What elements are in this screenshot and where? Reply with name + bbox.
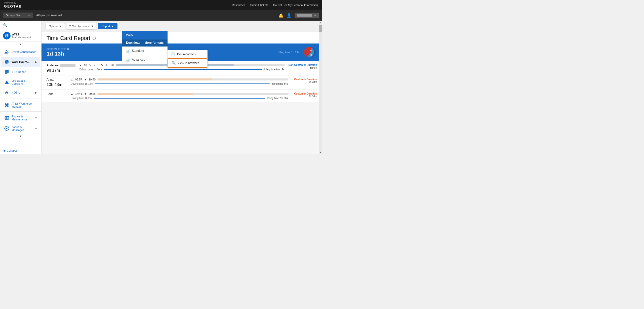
baha-schedule-bar — [98, 93, 288, 95]
view-in-browser-item[interactable]: 🔍 View in browser — [168, 58, 207, 68]
resources-link[interactable]: Resources — [232, 4, 245, 7]
dropdown-more-formats-label[interactable]: More formats — [144, 41, 164, 45]
sidebar-item-work-hours[interactable]: Work Hours... ▶ — [1, 57, 40, 67]
report-title: Time Card Report ⬡ — [47, 35, 317, 41]
report-button[interactable]: Report ▲ — [98, 23, 117, 29]
sidebar: 🔍 AT&T Fleet Management ▲ Driver Congre — [0, 21, 42, 154]
user-avatar-icon[interactable]: 👤 — [287, 13, 292, 18]
work-hours-arrow-icon: ▶ — [35, 61, 37, 63]
anna-duration-value: 9h 28m — [292, 81, 317, 83]
hos-arrow-icon: ▶ — [35, 91, 37, 94]
baha-end: 20:55 — [89, 92, 96, 95]
report-label: Report — [102, 25, 110, 28]
user-menu-button[interactable]: ▼ — [295, 13, 319, 18]
driver-anna-name-col: Anna 10h 43m — [47, 78, 67, 87]
anderson-timezone: UTC-8 — [106, 64, 114, 67]
driver-baha-schedule: ▲ 14:41 ▼ 20:55 — [71, 92, 288, 95]
dropdown-white: 📊 Standard ⋮ 📊 Advanced ⋮ — [122, 47, 168, 64]
svg-text:48: 48 — [310, 54, 312, 56]
sidebar-item-hos[interactable]: HOS... ▶ — [1, 88, 40, 97]
sidebar-item-engine-maintenance[interactable]: Engine & Maintenance ▼ — [1, 113, 40, 123]
search-icon[interactable]: 🔍 — [3, 23, 7, 27]
sidebar-item-driver-congregation[interactable]: Driver Congregation — [1, 47, 40, 57]
list-icon — [4, 69, 10, 75]
sidebar-item-ifta-report[interactable]: IFTA Report — [1, 67, 40, 77]
baha-duration-type: Customer Duration — [292, 92, 317, 95]
zones-messages-arrow-icon: ▼ — [35, 127, 37, 130]
sort-label: Sort by: Name — [72, 25, 90, 28]
sidebar-item-att-workforce[interactable]: AT&T Workforce Manager — [1, 100, 40, 110]
download-pdf-item[interactable]: 📄 Download PDF — [168, 50, 207, 58]
driver-anderson-metrics: Driving time 1h 10m Idling time 6m 19s — [79, 68, 285, 71]
brand-logo: Powered by GEOTAB — [4, 2, 22, 9]
warning-icon: ! — [4, 79, 10, 85]
svg-rect-8 — [5, 71, 9, 72]
svg-text:52: 52 — [310, 49, 312, 52]
svg-point-19 — [8, 118, 8, 119]
groups-filter-button[interactable]: Groups filter ▼ — [3, 13, 33, 18]
baha-duration-value: 5h 10m — [292, 95, 317, 98]
anna-end: 19:40 — [89, 78, 96, 81]
hos-label: HOS... — [12, 91, 33, 94]
baha-up-icon: ▲ — [71, 93, 73, 95]
anna-up-icon: ▲ — [71, 78, 73, 81]
user-menu-arrow-icon: ▼ — [314, 14, 316, 17]
driver-baha-duration: Customer Duration 5h 10m — [292, 92, 317, 98]
anderson-end: 19:53 — [97, 64, 104, 67]
svg-point-14 — [6, 93, 7, 93]
svg-point-16 — [6, 117, 6, 118]
top-nav-links: Resources Submit Tickets Do Not Sell My … — [232, 4, 318, 7]
pie-chart: 52 48 — [304, 46, 317, 59]
baha-schedule-fill — [98, 93, 193, 95]
driver-anna-name: Anna — [47, 78, 67, 81]
att-workforce-label: AT&T Workforce Manager — [12, 102, 37, 108]
scrollbar-thumb[interactable] — [319, 25, 322, 32]
sidebar-scroll-down-button[interactable]: ▼ — [0, 134, 41, 139]
standard-label: Standard — [132, 49, 144, 53]
sidebar-scroll-up-button[interactable]: ▲ — [0, 42, 41, 47]
anna-schedule-bar — [98, 78, 288, 80]
anderson-down-icon: ▼ — [93, 64, 95, 67]
view-browser-label: View in browser — [178, 61, 199, 65]
scroll-down-arrow[interactable]: ▼ — [319, 151, 322, 154]
dropdown-download-label[interactable]: Download — [126, 41, 140, 45]
collapse-arrow-icon: ◀ — [3, 149, 5, 152]
scroll-up-arrow[interactable]: ▲ — [319, 21, 322, 24]
att-logo — [3, 32, 11, 39]
sort-button[interactable]: ≡ Sort by: Name ▼ — [67, 23, 96, 30]
collapse-label: Collapse — [7, 149, 18, 152]
dropdown-web-item[interactable]: Web — [122, 31, 168, 39]
anderson-driving-bar — [104, 69, 262, 70]
dropdown-advanced-item[interactable]: 📊 Advanced ⋮ — [122, 55, 167, 64]
driver-anderson-name: Anderson — [47, 64, 75, 67]
header-bar: Groups filter ▼ All groups selected 🔔 👤 … — [0, 10, 322, 21]
summary-total: 1d 13h — [47, 51, 69, 57]
driver-anna-time: 10h 43m — [47, 82, 67, 87]
svg-rect-7 — [5, 70, 9, 71]
options-label: Options — [49, 25, 58, 28]
baha-driving-label: Driving time 1h 2m — [71, 97, 92, 100]
anna-duration-type: Customer Duration — [292, 78, 317, 81]
sidebar-collapse-button[interactable]: ◀ Collapse — [0, 147, 41, 154]
advanced-more-icon: ⋮ — [160, 58, 164, 62]
brand-name: AT&T — [12, 33, 31, 36]
engine-maintenance-arrow-icon: ▼ — [35, 117, 37, 119]
anderson-up-icon: ▲ — [79, 64, 82, 67]
sidebar-item-zones-messages[interactable]: Zones & Messages ▼ — [1, 123, 40, 134]
svg-point-4 — [7, 51, 8, 52]
driver-baha-name: Baha — [47, 92, 67, 96]
scrollbar[interactable]: ▲ ▼ — [319, 21, 322, 154]
driver-baha-name-col: Baha — [47, 92, 67, 96]
submit-tickets-link[interactable]: Submit Tickets — [250, 4, 268, 7]
dropdown-format-row: Download More formats — [122, 39, 168, 47]
driver-anna-row: Anna 10h 43m ▲ 08:57 ▼ 19:40 — [42, 75, 322, 90]
driver-baha-row: Baha ▲ 14:41 ▼ 20:55 D — [42, 90, 322, 102]
svg-rect-20 — [6, 117, 7, 119]
dropdown-standard-item[interactable]: 📊 Standard ⋮ — [122, 47, 167, 55]
driver-anderson-blur — [60, 64, 75, 67]
do-not-sell-link[interactable]: Do Not Sell My Personal Information — [273, 4, 318, 7]
sidebar-divider-2 — [0, 111, 41, 112]
options-button[interactable]: Options ▼ — [46, 23, 65, 29]
notification-bell-icon[interactable]: 🔔 — [278, 13, 284, 18]
sidebar-item-log-data[interactable]: ! Log Data & Collisions — [1, 77, 40, 87]
